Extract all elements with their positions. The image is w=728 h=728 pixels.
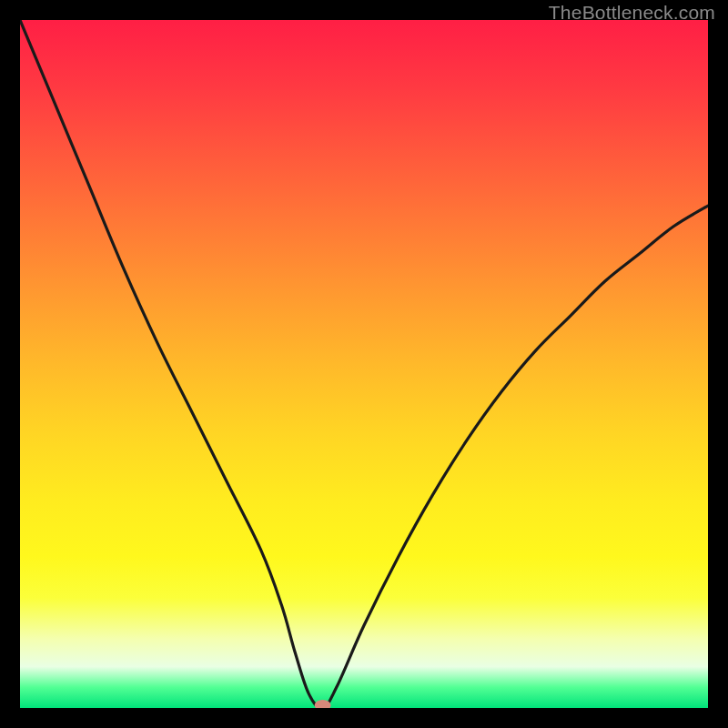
- plot-area: [20, 20, 708, 708]
- chart-svg: [20, 20, 708, 708]
- bottleneck-curve: [20, 20, 708, 708]
- chart-frame: TheBottleneck.com: [0, 0, 728, 728]
- watermark-text: TheBottleneck.com: [549, 2, 715, 24]
